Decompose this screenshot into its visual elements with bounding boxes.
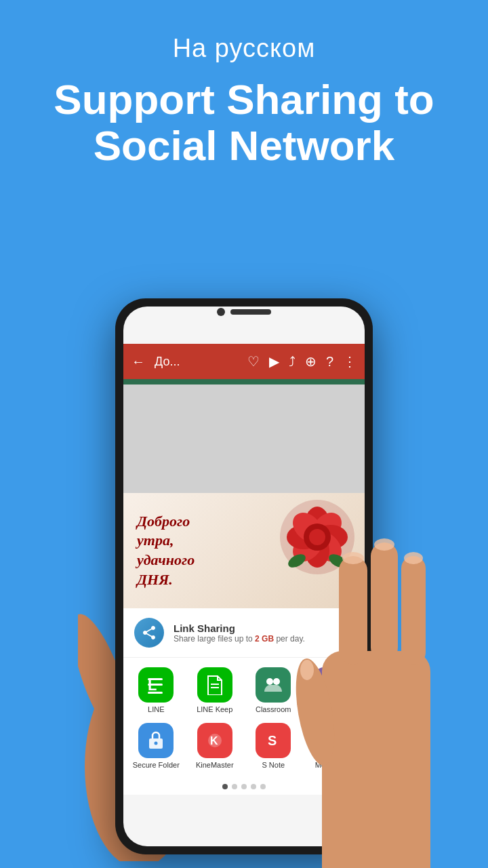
help-icon[interactable]: ? xyxy=(326,354,333,370)
phone-notch xyxy=(217,308,271,316)
link-sharing-icon xyxy=(134,618,164,648)
svg-rect-24 xyxy=(148,678,163,680)
more-icon[interactable]: ⋮ xyxy=(343,353,357,370)
line-icon: L xyxy=(138,667,174,703)
phone-camera xyxy=(217,308,225,316)
dot-2[interactable] xyxy=(232,784,237,789)
play-icon[interactable]: ▶ xyxy=(269,353,279,370)
app-line-keep[interactable]: LINE Keep xyxy=(188,665,243,716)
app-kinemaster-label: KineMaster xyxy=(196,761,234,769)
zoom-icon[interactable]: ⊕ xyxy=(305,353,317,370)
heart-icon[interactable]: ♡ xyxy=(247,353,260,370)
svg-point-43 xyxy=(374,538,394,551)
svg-text:K: K xyxy=(210,735,218,747)
header-section: На русском Support Sharing to Social Net… xyxy=(0,0,488,169)
app-classroom[interactable]: Classroom xyxy=(246,665,301,716)
app-s-note[interactable]: S S Note xyxy=(246,720,301,772)
s-note-icon: S xyxy=(256,723,291,758)
app-stripe xyxy=(123,379,365,384)
svg-point-31 xyxy=(155,742,158,745)
phone-speaker xyxy=(230,309,271,315)
russian-text: Доброго утра, удачного ДНЯ. xyxy=(137,512,195,589)
toolbar-title: До... xyxy=(155,355,238,369)
app-classroom-label: Classroom xyxy=(256,705,291,713)
svg-point-27 xyxy=(266,678,273,685)
app-secure-folder[interactable]: Secure Folder xyxy=(129,720,184,772)
app-line-keep-label: LINE Keep xyxy=(197,705,232,713)
phone-mockup: ← До... ♡ ▶ ⤴ ⊕ ? ⋮ Доброго xyxy=(98,298,390,868)
secure-folder-icon xyxy=(138,723,174,758)
dot-1[interactable] xyxy=(222,784,228,789)
svg-point-45 xyxy=(300,660,314,680)
svg-rect-40 xyxy=(401,556,426,665)
classroom-icon xyxy=(256,667,291,703)
app-kinemaster[interactable]: K KineMaster xyxy=(188,720,243,772)
app-line[interactable]: L LINE xyxy=(129,665,184,716)
svg-rect-37 xyxy=(322,651,430,868)
svg-point-44 xyxy=(404,552,423,564)
app-s-note-label: S Note xyxy=(262,761,285,769)
header-subtitle: На русском xyxy=(0,34,488,63)
kinemaster-icon: K xyxy=(197,723,232,758)
svg-rect-22 xyxy=(148,692,163,694)
svg-text:S: S xyxy=(268,733,277,748)
line-keep-icon xyxy=(197,667,232,703)
svg-point-28 xyxy=(273,678,280,685)
dot-3[interactable] xyxy=(241,784,247,789)
back-button[interactable]: ← xyxy=(131,354,145,370)
header-title: Support Sharing to Social Network xyxy=(0,77,488,169)
dot-5[interactable] xyxy=(260,784,266,789)
image-gray-bg xyxy=(123,384,365,493)
app-line-label: LINE xyxy=(148,705,164,713)
share-icon[interactable]: ⤴ xyxy=(289,354,296,370)
app-secure-folder-label: Secure Folder xyxy=(133,761,180,769)
dot-4[interactable] xyxy=(251,784,256,789)
svg-rect-39 xyxy=(371,542,398,661)
app-toolbar: ← До... ♡ ▶ ⤴ ⊕ ? ⋮ xyxy=(123,344,365,379)
svg-rect-38 xyxy=(339,556,367,665)
svg-point-42 xyxy=(342,552,364,564)
svg-rect-23 xyxy=(148,684,163,686)
